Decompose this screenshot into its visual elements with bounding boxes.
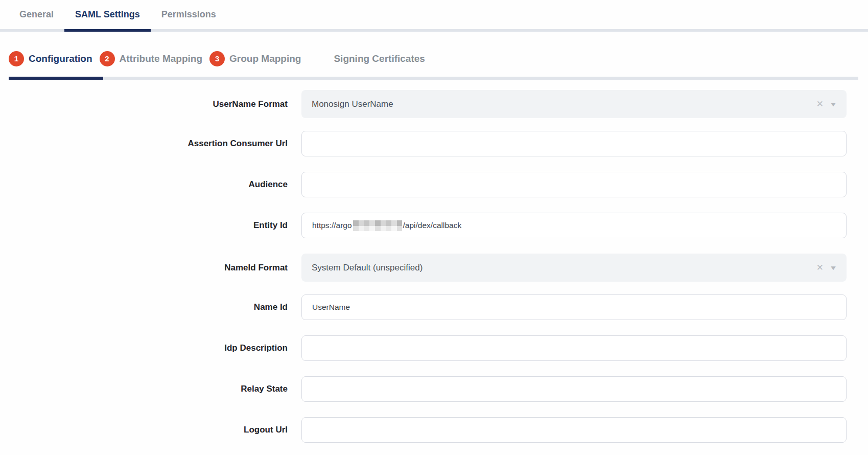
saml-wizard-stepper: 1 Configuration 2 Attribute Mapping 3 Gr… <box>0 50 868 67</box>
step-configuration-label: Configuration <box>29 53 92 64</box>
stepper-progress-track <box>9 77 858 80</box>
nameid-format-select-controls: ✕ ▼ <box>816 254 836 282</box>
tab-permissions[interactable]: Permissions <box>151 0 227 29</box>
nameid-format-label: NameId Format <box>0 263 288 273</box>
logout-url-input[interactable] <box>301 417 847 443</box>
username-format-select-controls: ✕ ▼ <box>816 90 836 118</box>
entity-id-label: Entity Id <box>0 220 288 231</box>
stepper-progress-fill <box>9 77 103 80</box>
form-row-idp-description: Idp Description <box>0 335 868 361</box>
form-row-audience: Audience <box>0 172 868 197</box>
form-row-nameid-format: NameId Format System Default (unspecifie… <box>0 254 868 282</box>
step-signing-certificates[interactable]: Signing Certificates <box>334 53 425 64</box>
form-row-logout-url: Logout Url <box>0 417 868 443</box>
step-group-mapping[interactable]: 3 Group Mapping <box>209 51 301 66</box>
tab-saml-settings[interactable]: SAML Settings <box>64 0 151 29</box>
tab-permissions-label: Permissions <box>161 9 216 20</box>
clear-icon[interactable]: ✕ <box>816 263 824 272</box>
step-3-number-badge: 3 <box>209 51 225 66</box>
assertion-consumer-url-input[interactable] <box>301 131 847 156</box>
step-configuration[interactable]: 1 Configuration <box>9 51 92 66</box>
settings-tabbar: General SAML Settings Permissions <box>0 0 868 32</box>
step-signing-certificates-entry: Group Mapping <box>229 53 301 64</box>
username-format-label: UserName Format <box>0 99 288 109</box>
form-row-name-id: Name Id <box>0 294 868 320</box>
entity-id-input[interactable]: https://argo /api/dex/callback <box>301 213 847 238</box>
relay-state-label: Relay State <box>0 384 288 394</box>
logout-url-label: Logout Url <box>0 425 288 435</box>
step-signing-certificates-label: Signing Certificates <box>334 53 425 64</box>
step-1-number-badge: 1 <box>9 51 24 66</box>
step-attribute-mapping[interactable]: 2 Attribute Mapping <box>100 51 203 66</box>
idp-description-input[interactable] <box>301 335 847 361</box>
step-attribute-mapping-label: Attribute Mapping <box>120 53 203 64</box>
form-row-entity-id: Entity Id https://argo /api/dex/callback <box>0 213 868 238</box>
clear-icon[interactable]: ✕ <box>816 100 824 108</box>
entity-id-value-prefix: https://argo <box>312 221 352 230</box>
audience-input[interactable] <box>301 172 847 197</box>
form-row-relay-state: Relay State <box>0 376 868 402</box>
audience-label: Audience <box>0 179 288 190</box>
redacted-pixelated-block <box>353 220 402 231</box>
idp-description-label: Idp Description <box>0 343 288 353</box>
form-row-username-format: UserName Format Monosign UserName ✕ ▼ <box>0 90 868 118</box>
form-row-assertion-consumer-url: Assertion Consumer Url <box>0 131 868 156</box>
username-format-select[interactable]: Monosign UserName ✕ ▼ <box>301 90 847 118</box>
saml-configuration-form: UserName Format Monosign UserName ✕ ▼ As… <box>0 90 868 443</box>
tab-saml-settings-label: SAML Settings <box>75 9 140 20</box>
assertion-consumer-url-label: Assertion Consumer Url <box>0 139 288 149</box>
chevron-down-icon[interactable]: ▼ <box>829 101 837 107</box>
name-id-input[interactable] <box>301 294 847 320</box>
step-2-number-badge: 2 <box>100 51 115 66</box>
relay-state-input[interactable] <box>301 376 847 402</box>
tab-general[interactable]: General <box>9 0 64 29</box>
entity-id-value-suffix: /api/dex/callback <box>403 221 462 230</box>
name-id-label: Name Id <box>0 302 288 312</box>
nameid-format-select[interactable]: System Default (unspecified) ✕ ▼ <box>301 254 847 282</box>
chevron-down-icon[interactable]: ▼ <box>829 265 837 271</box>
nameid-format-selected-value: System Default (unspecified) <box>312 263 423 273</box>
tab-general-label: General <box>19 9 54 20</box>
username-format-selected-value: Monosign UserName <box>312 99 393 109</box>
